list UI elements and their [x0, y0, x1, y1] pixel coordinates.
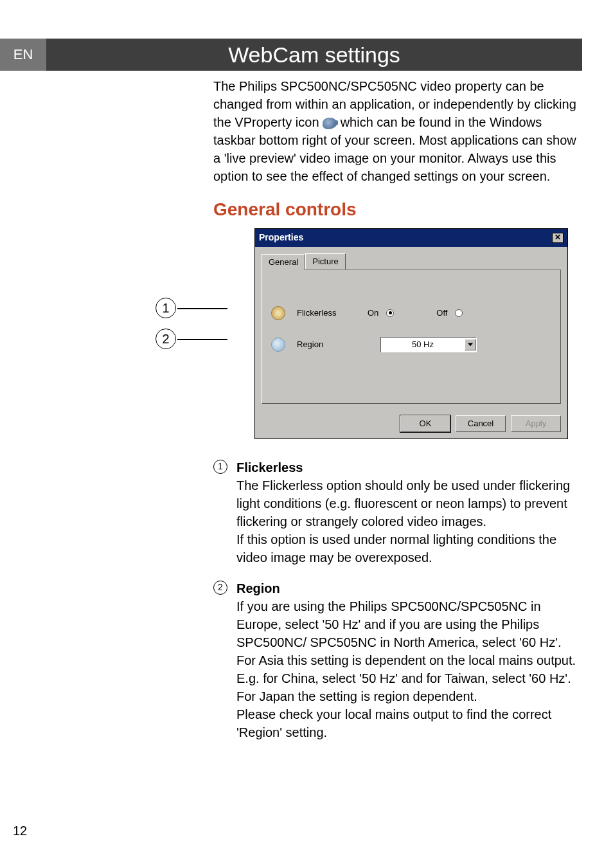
flickerless-row: Flickerless On Off [271, 306, 551, 320]
dialog-button-row: OK Cancel Apply [255, 409, 567, 439]
desc-text-1: Flickerless The Flickerless option shoul… [236, 458, 582, 566]
section-heading: General controls [213, 197, 582, 222]
close-icon[interactable]: ✕ [552, 233, 564, 243]
flickerless-label: Flickerless [297, 307, 368, 319]
flickerless-icon [271, 306, 285, 320]
tab-general[interactable]: General [262, 254, 305, 270]
tab-picture[interactable]: Picture [305, 253, 345, 269]
desc-heading-2: Region [236, 581, 280, 595]
flickerless-on-label: On [368, 307, 378, 319]
flickerless-on-radio[interactable] [386, 309, 394, 317]
description-block: 1 Flickerless The Flickerless option sho… [213, 458, 582, 741]
desc-item-1: 1 Flickerless The Flickerless option sho… [213, 458, 582, 566]
callout-2-line [177, 339, 227, 340]
callout-1: 1 [155, 298, 176, 318]
dialog-body: General Picture Flickerless On Off [255, 247, 567, 409]
globe-icon [271, 338, 285, 352]
desc-body-2a: If you are using the Philips SPC500NC/SP… [236, 599, 576, 703]
desc-heading-1: Flickerless [236, 460, 303, 475]
dialog-title-text: Properties [259, 231, 303, 244]
tab-strip: General Picture [262, 253, 561, 270]
dialog-wrapper: 1 2 Properties ✕ General Picture Flicker… [209, 228, 582, 439]
chevron-down-icon[interactable] [465, 339, 476, 350]
desc-item-2: 2 Region If you are using the Philips SP… [213, 579, 582, 741]
desc-text-2: Region If you are using the Philips SPC5… [236, 579, 582, 741]
callout-1-line [177, 308, 227, 309]
desc-body-2b: Please check your local mains output to … [236, 707, 551, 739]
vproperty-icon [323, 118, 337, 129]
flickerless-off-label: Off [436, 307, 447, 319]
region-row: Region 50 Hz [271, 337, 551, 352]
language-tab: EN [0, 39, 46, 71]
desc-num-1: 1 [213, 460, 227, 474]
cancel-button[interactable]: Cancel [456, 415, 506, 432]
apply-button[interactable]: Apply [511, 415, 561, 432]
desc-num-2: 2 [213, 581, 227, 595]
region-controls: 50 Hz [368, 337, 551, 352]
svg-marker-0 [468, 343, 473, 347]
region-select[interactable]: 50 Hz [380, 337, 477, 352]
region-select-value: 50 Hz [381, 338, 465, 352]
page-title: WebCam settings [46, 39, 582, 71]
tab-panel-general: Flickerless On Off Region [262, 270, 561, 404]
flickerless-off-radio[interactable] [455, 309, 463, 317]
desc-body-1b: If this option is used under normal ligh… [236, 532, 556, 565]
page-number: 12 [13, 824, 27, 838]
properties-dialog: Properties ✕ General Picture Flickerless… [254, 228, 568, 439]
intro-paragraph: The Philips SPC500NC/SPC505NC video prop… [213, 77, 582, 185]
ok-button[interactable]: OK [400, 415, 450, 432]
callout-2: 2 [155, 329, 176, 349]
region-label: Region [297, 339, 368, 350]
content-column: The Philips SPC500NC/SPC505NC video prop… [213, 77, 582, 754]
flickerless-controls: On Off [368, 307, 551, 319]
dialog-titlebar: Properties ✕ [255, 229, 567, 247]
desc-body-1a: The Flickerless option should only be us… [236, 478, 570, 529]
